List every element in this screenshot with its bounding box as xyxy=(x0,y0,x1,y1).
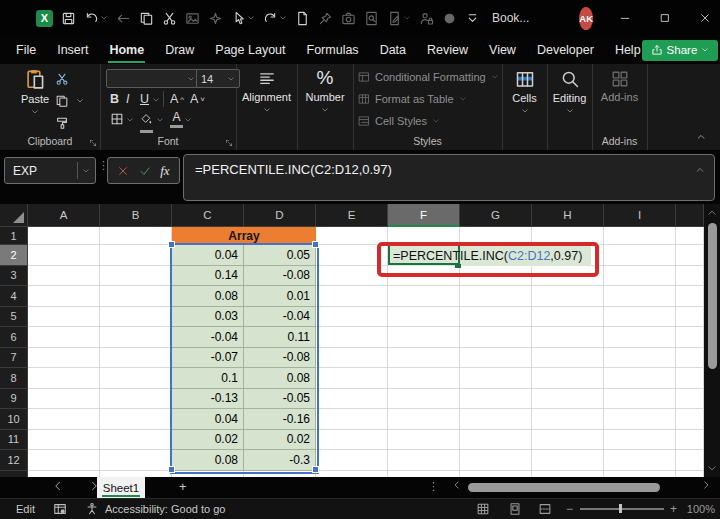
privacy-button[interactable] xyxy=(419,6,434,30)
cell-partial-3[interactable] xyxy=(676,266,704,287)
cell-H1[interactable] xyxy=(532,227,604,245)
status-circle-button[interactable] xyxy=(442,6,457,30)
cell-B1[interactable] xyxy=(100,227,172,245)
cell-A4[interactable] xyxy=(28,286,100,307)
underline-button[interactable]: U xyxy=(140,92,149,106)
cell-C2[interactable]: 0.04 xyxy=(172,245,244,266)
cell-partial-12[interactable] xyxy=(676,450,704,471)
row-header-4[interactable]: 4 xyxy=(0,286,28,307)
zoom-slider-knob[interactable] xyxy=(619,504,622,513)
back-arrow-button[interactable] xyxy=(116,6,131,30)
row-header-5[interactable]: 5 xyxy=(0,307,28,328)
picture-button[interactable] xyxy=(185,6,200,30)
cell-H12[interactable] xyxy=(532,450,604,471)
column-header-G[interactable]: G xyxy=(460,204,532,227)
format-as-table-button[interactable]: Format as Table xyxy=(358,93,467,105)
column-header-H[interactable]: H xyxy=(532,204,604,227)
formula-input[interactable]: =PERCENTILE.INC(C2:D12,0.97) xyxy=(183,154,715,201)
cell-C4[interactable]: 0.08 xyxy=(172,286,244,307)
cell-I11[interactable] xyxy=(604,430,676,451)
font-color-button[interactable]: A xyxy=(170,110,183,128)
row-header-2[interactable]: 2 xyxy=(0,245,28,266)
cell-partial-7[interactable] xyxy=(676,348,704,369)
expand-formula-bar-icon[interactable] xyxy=(695,165,705,175)
addins-button[interactable]: Add-ins xyxy=(592,70,647,103)
cell-H3[interactable] xyxy=(532,266,604,287)
hscroll-right-icon[interactable] xyxy=(701,480,711,490)
tab-insert[interactable]: Insert xyxy=(56,38,89,63)
cell-C7[interactable]: -0.07 xyxy=(172,348,244,369)
cell-F7[interactable] xyxy=(388,348,460,369)
cell-A11[interactable] xyxy=(28,430,100,451)
cell-G8[interactable] xyxy=(460,368,532,389)
cell-E12[interactable] xyxy=(316,450,388,471)
vertical-scroll-thumb[interactable] xyxy=(708,223,717,369)
editing-button[interactable]: Editing xyxy=(547,69,592,115)
tab-home[interactable]: Home xyxy=(108,38,145,63)
conditional-formatting-button[interactable]: Conditional Formatting xyxy=(358,71,499,83)
row-header-12[interactable]: 12 xyxy=(0,450,28,471)
cell-E2[interactable] xyxy=(316,245,388,266)
cell-H9[interactable] xyxy=(532,389,604,410)
cell-C6[interactable]: -0.04 xyxy=(172,327,244,348)
cell-A5[interactable] xyxy=(28,307,100,328)
touch-mode-button[interactable] xyxy=(231,6,255,30)
font-dialog-launcher[interactable] xyxy=(225,139,233,147)
cell-A1[interactable] xyxy=(28,227,100,245)
name-box[interactable]: EXP xyxy=(4,157,96,184)
cell-G12[interactable] xyxy=(460,450,532,471)
italic-button[interactable]: I xyxy=(126,92,129,106)
cell-I4[interactable] xyxy=(604,286,676,307)
cell-G3[interactable] xyxy=(460,266,532,287)
previous-sheet-icon[interactable] xyxy=(52,480,64,492)
row-header-6[interactable]: 6 xyxy=(0,327,28,348)
cell-partial-2[interactable] xyxy=(676,245,704,266)
tab-formulas[interactable]: Formulas xyxy=(306,38,360,63)
font-color-chevron-icon[interactable] xyxy=(184,116,192,124)
cell-D12[interactable]: -0.3 xyxy=(244,450,316,471)
cell-styles-button[interactable]: Cell Styles xyxy=(358,115,440,127)
column-header-I[interactable]: I xyxy=(604,204,676,227)
tab-review[interactable]: Review xyxy=(426,38,469,63)
cell-A12[interactable] xyxy=(28,450,100,471)
tab-sheet1[interactable]: Sheet1 xyxy=(97,477,145,498)
paste-button[interactable]: Paste xyxy=(12,68,58,116)
cell-F6[interactable] xyxy=(388,327,460,348)
row-header-3[interactable]: 3 xyxy=(0,266,28,287)
cell-C11[interactable]: 0.02 xyxy=(172,430,244,451)
cell-B2[interactable] xyxy=(100,245,172,266)
copy-button[interactable] xyxy=(55,94,69,108)
scroll-up-icon[interactable] xyxy=(707,208,717,218)
row-header-8[interactable]: 8 xyxy=(0,368,28,389)
cut-button[interactable] xyxy=(55,72,69,86)
cell-partial-8[interactable] xyxy=(676,368,704,389)
cell-G4[interactable] xyxy=(460,286,532,307)
cell-F11[interactable] xyxy=(388,430,460,451)
cell-G7[interactable] xyxy=(460,348,532,369)
cell-D2[interactable]: 0.05 xyxy=(244,245,316,266)
share-button[interactable]: Share xyxy=(642,40,719,61)
bold-button[interactable]: B xyxy=(110,92,119,106)
cell-I6[interactable] xyxy=(604,327,676,348)
cell-C1-array-header[interactable]: Array xyxy=(172,227,316,245)
cell-B5[interactable] xyxy=(100,307,172,328)
cell-partial-11[interactable] xyxy=(676,430,704,451)
zoom-slider[interactable] xyxy=(580,508,664,510)
page-break-view-button[interactable] xyxy=(538,502,552,516)
alignment-button[interactable]: Alignment xyxy=(236,70,297,114)
cell-F4[interactable] xyxy=(388,286,460,307)
column-header-B[interactable]: B xyxy=(100,204,172,227)
cell-partial-6[interactable] xyxy=(676,327,704,348)
clipboard-dialog-launcher[interactable] xyxy=(89,139,97,147)
cell-C10[interactable]: 0.04 xyxy=(172,409,244,430)
zoom-in-button[interactable]: + xyxy=(670,502,677,516)
excel-logo[interactable]: X xyxy=(36,6,53,30)
cell-I1[interactable] xyxy=(604,227,676,245)
cell-B4[interactable] xyxy=(100,286,172,307)
column-header-D[interactable]: D xyxy=(244,204,316,227)
cell-partial-5[interactable] xyxy=(676,307,704,328)
cell-D9[interactable]: -0.05 xyxy=(244,389,316,410)
zoom-level[interactable]: 100% xyxy=(687,503,715,515)
cell-I12[interactable] xyxy=(604,450,676,471)
cell-A2[interactable] xyxy=(28,245,100,266)
